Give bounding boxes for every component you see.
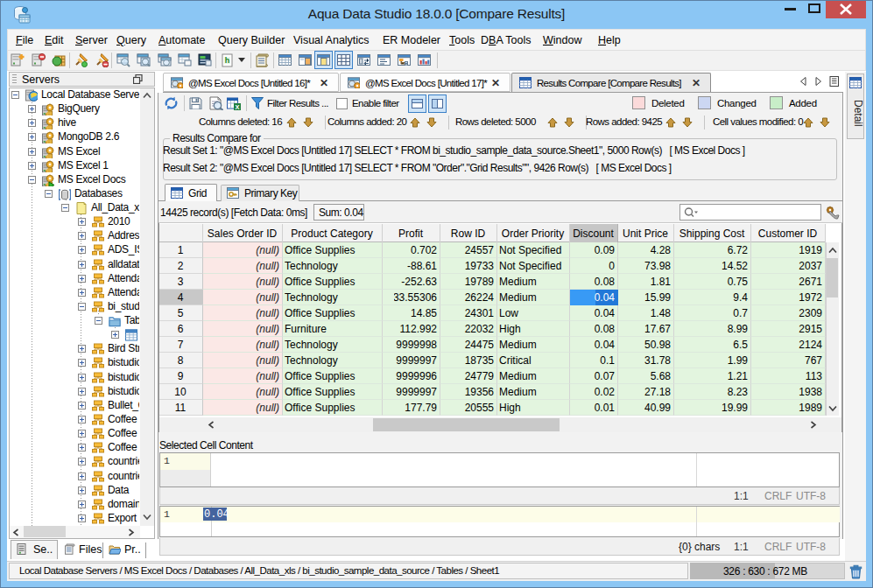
svg-text:h: h — [225, 56, 230, 65]
svg-text:X: X — [235, 103, 239, 111]
